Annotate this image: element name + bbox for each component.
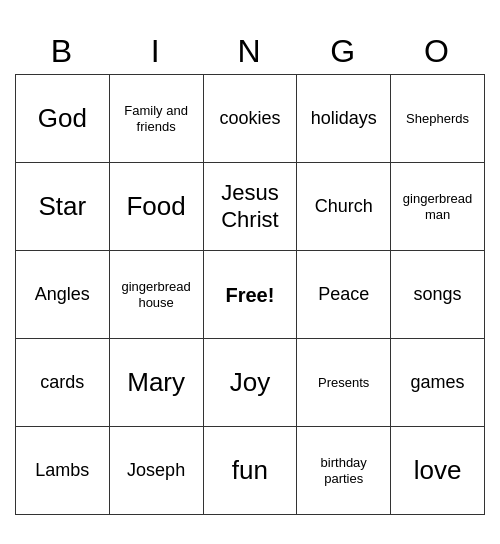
bingo-cell: Family and friends [109, 75, 203, 163]
bingo-cell: Peace [297, 251, 391, 339]
bingo-header-letter: I [109, 29, 203, 75]
bingo-cell: Mary [109, 339, 203, 427]
bingo-cell: Food [109, 163, 203, 251]
bingo-cell: Joseph [109, 427, 203, 515]
bingo-cell: Angles [16, 251, 110, 339]
bingo-card: BINGO GodFamily and friendscookiesholida… [15, 29, 485, 515]
bingo-cell: songs [391, 251, 485, 339]
bingo-cell: Shepherds [391, 75, 485, 163]
bingo-cell: cookies [203, 75, 297, 163]
bingo-cell: Joy [203, 339, 297, 427]
bingo-cell: games [391, 339, 485, 427]
bingo-row: LambsJosephfunbirthday partieslove [16, 427, 485, 515]
bingo-row: GodFamily and friendscookiesholidaysShep… [16, 75, 485, 163]
bingo-header-letter: O [391, 29, 485, 75]
bingo-header-letter: B [16, 29, 110, 75]
bingo-cell: Star [16, 163, 110, 251]
bingo-body: GodFamily and friendscookiesholidaysShep… [16, 75, 485, 515]
bingo-cell: fun [203, 427, 297, 515]
bingo-cell: Presents [297, 339, 391, 427]
bingo-cell: God [16, 75, 110, 163]
bingo-cell: gingerbread house [109, 251, 203, 339]
bingo-row: StarFoodJesus ChristChurchgingerbread ma… [16, 163, 485, 251]
bingo-header-letter: G [297, 29, 391, 75]
bingo-row: Anglesgingerbread houseFree!Peacesongs [16, 251, 485, 339]
bingo-header: BINGO [16, 29, 485, 75]
bingo-cell: birthday parties [297, 427, 391, 515]
bingo-cell: cards [16, 339, 110, 427]
bingo-header-letter: N [203, 29, 297, 75]
bingo-cell: Church [297, 163, 391, 251]
bingo-cell: gingerbread man [391, 163, 485, 251]
bingo-cell: Lambs [16, 427, 110, 515]
bingo-row: cardsMaryJoyPresentsgames [16, 339, 485, 427]
bingo-cell: Free! [203, 251, 297, 339]
bingo-cell: holidays [297, 75, 391, 163]
bingo-cell: love [391, 427, 485, 515]
bingo-cell: Jesus Christ [203, 163, 297, 251]
